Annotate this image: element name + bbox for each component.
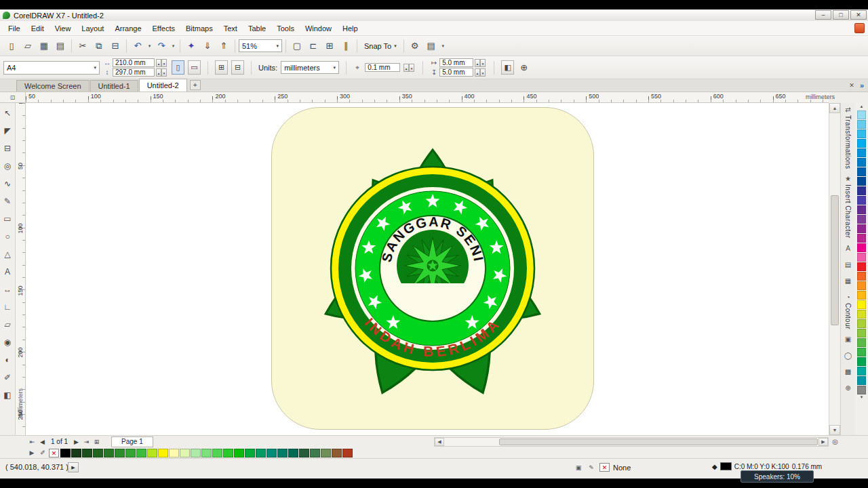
color-swatch[interactable] bbox=[857, 205, 866, 214]
color-swatch[interactable] bbox=[201, 449, 212, 458]
close-button[interactable]: ✕ bbox=[850, 10, 867, 20]
corel-connect-icon[interactable]: ✦ bbox=[184, 39, 199, 54]
color-swatch[interactable] bbox=[857, 215, 866, 224]
new-tab-button[interactable]: + bbox=[190, 80, 201, 90]
drop-shadow-tool[interactable]: ▱ bbox=[1, 316, 15, 333]
palette-scroll-down-icon[interactable]: ▼ bbox=[860, 395, 864, 401]
freehand-tool[interactable]: ∿ bbox=[1, 175, 15, 192]
chevron-down-icon[interactable]: ▾ bbox=[146, 39, 153, 54]
chevron-down-icon[interactable]: ▾ bbox=[394, 43, 397, 49]
options-icon[interactable]: ⚙ bbox=[408, 39, 422, 54]
add-page-icon[interactable]: ⊞ bbox=[92, 439, 102, 445]
docker-tab-insert-character[interactable]: ★Insert Character bbox=[844, 175, 852, 239]
crop-tool[interactable]: ⊟ bbox=[1, 140, 15, 157]
docker-icon-add[interactable]: ⊕ bbox=[845, 384, 850, 394]
snap-to-button[interactable]: Snap To ▾ bbox=[361, 41, 400, 52]
document-tab-untitled-2[interactable]: Untitled-2 bbox=[139, 79, 187, 92]
horizontal-scrollbar[interactable]: ◀ ▶ bbox=[434, 437, 829, 447]
duplicate-x-spinner[interactable]: ▴▾ bbox=[475, 59, 487, 67]
color-swatch[interactable] bbox=[857, 272, 866, 281]
color-swatch[interactable] bbox=[125, 449, 136, 458]
fullscreen-preview-icon[interactable]: ▢ bbox=[290, 39, 304, 54]
logo-artwork[interactable]: SANGGAR SENI INDAH BERLIMA bbox=[297, 133, 568, 404]
first-page-icon[interactable]: ⇤ bbox=[27, 439, 37, 445]
color-swatch[interactable] bbox=[857, 310, 866, 319]
logo-background-square[interactable]: SANGGAR SENI INDAH BERLIMA bbox=[271, 107, 594, 430]
parallel-dimension-tool[interactable]: ↔ bbox=[1, 281, 15, 298]
color-swatch[interactable] bbox=[857, 120, 866, 129]
new-document-icon[interactable]: ▯ bbox=[4, 39, 19, 54]
color-swatch[interactable] bbox=[82, 449, 92, 458]
print-icon[interactable]: ▤ bbox=[53, 39, 68, 54]
color-swatch[interactable] bbox=[147, 449, 157, 458]
color-swatch[interactable] bbox=[857, 196, 866, 205]
docker-icon-lens[interactable]: ◯ bbox=[844, 352, 852, 362]
artistic-media-tool[interactable]: ✎ bbox=[1, 192, 15, 210]
chevron-down-icon[interactable]: ▾ bbox=[273, 43, 279, 49]
menu-bitmaps[interactable]: Bitmaps bbox=[180, 22, 218, 35]
maximize-button[interactable]: □ bbox=[833, 10, 849, 20]
nudge-spinner[interactable]: ▴▾ bbox=[403, 64, 416, 72]
color-swatch[interactable] bbox=[857, 167, 866, 176]
chevron-down-icon[interactable]: ▾ bbox=[440, 39, 446, 54]
scroll-down-icon[interactable]: ▼ bbox=[829, 425, 840, 435]
color-swatch[interactable] bbox=[256, 449, 266, 458]
color-swatch[interactable] bbox=[310, 449, 320, 458]
shape-tool[interactable]: ◤ bbox=[1, 122, 15, 140]
spin-down-icon[interactable]: ▾ bbox=[480, 68, 486, 77]
color-swatch[interactable] bbox=[857, 357, 866, 366]
color-swatch[interactable] bbox=[342, 449, 353, 458]
duplicate-x-input[interactable]: 5.0 mm bbox=[439, 58, 473, 67]
drawing-canvas[interactable]: SANGGAR SENI INDAH BERLIMA bbox=[26, 103, 829, 435]
color-swatch[interactable] bbox=[60, 449, 71, 458]
color-swatch[interactable] bbox=[191, 449, 201, 458]
chevron-down-icon[interactable]: ▾ bbox=[170, 39, 176, 54]
page-size-combo[interactable]: A4 ▾ bbox=[3, 61, 100, 75]
vertical-ruler[interactable]: millimeters 50100150200250 bbox=[16, 103, 26, 435]
last-page-icon[interactable]: ⇥ bbox=[81, 439, 92, 445]
menu-edit[interactable]: Edit bbox=[26, 22, 50, 35]
open-icon[interactable]: ▱ bbox=[20, 39, 35, 54]
units-combo[interactable]: millimeters ▾ bbox=[281, 61, 339, 74]
expand-dockers-icon[interactable]: » bbox=[860, 81, 864, 89]
spin-down-icon[interactable]: ▾ bbox=[409, 64, 414, 72]
color-swatch[interactable] bbox=[169, 449, 179, 458]
spin-up-icon[interactable]: ▴ bbox=[156, 59, 161, 67]
chevron-down-icon[interactable]: ▾ bbox=[90, 65, 96, 70]
text-tool[interactable]: A bbox=[1, 263, 15, 281]
menu-arrange[interactable]: Arrange bbox=[109, 22, 146, 35]
redo-icon[interactable]: ↷ bbox=[154, 39, 169, 54]
color-swatch[interactable] bbox=[115, 449, 125, 458]
color-swatch[interactable] bbox=[857, 348, 866, 357]
color-swatch[interactable] bbox=[288, 449, 298, 458]
rectangle-tool[interactable]: ▭ bbox=[1, 210, 15, 228]
scroll-right-icon[interactable]: ▶ bbox=[818, 438, 828, 446]
duplicate-y-input[interactable]: 5.0 mm bbox=[439, 68, 473, 77]
docker-icon-object[interactable]: ▣ bbox=[845, 336, 851, 346]
docker-tab-contour[interactable]: ◔Contour bbox=[844, 293, 852, 329]
color-swatch[interactable] bbox=[857, 262, 866, 271]
close-document-icon[interactable]: ✕ bbox=[849, 82, 854, 89]
spin-down-icon[interactable]: ▾ bbox=[161, 68, 167, 77]
color-swatch[interactable] bbox=[857, 300, 866, 309]
interactive-fill-tool[interactable]: ◧ bbox=[1, 386, 15, 404]
document-tab-welcome-screen[interactable]: Welcome Screen bbox=[16, 80, 90, 92]
treat-as-filled-button[interactable]: ◧ bbox=[501, 60, 514, 75]
color-swatch[interactable] bbox=[857, 367, 866, 375]
docker-icon-pages[interactable]: ▤ bbox=[845, 261, 851, 271]
nudge-input[interactable]: 0.1 mm bbox=[365, 63, 400, 72]
color-swatch[interactable] bbox=[299, 449, 309, 458]
color-swatch[interactable] bbox=[223, 449, 233, 458]
scroll-up-icon[interactable]: ▲ bbox=[829, 103, 840, 113]
cut-icon[interactable]: ✂ bbox=[75, 39, 90, 54]
menu-view[interactable]: View bbox=[50, 22, 77, 35]
color-swatch[interactable] bbox=[857, 148, 866, 157]
color-swatch[interactable] bbox=[857, 224, 866, 233]
page-tab[interactable]: Page 1 bbox=[111, 436, 153, 447]
docker-icon-text[interactable]: A bbox=[846, 245, 850, 255]
portrait-button[interactable]: ▯ bbox=[172, 60, 184, 75]
contour-tool[interactable]: ◉ bbox=[1, 333, 15, 351]
show-rulers-icon[interactable]: ⊏ bbox=[306, 39, 321, 54]
paste-icon[interactable]: ⊟ bbox=[108, 39, 123, 54]
color-swatch[interactable] bbox=[857, 253, 866, 262]
